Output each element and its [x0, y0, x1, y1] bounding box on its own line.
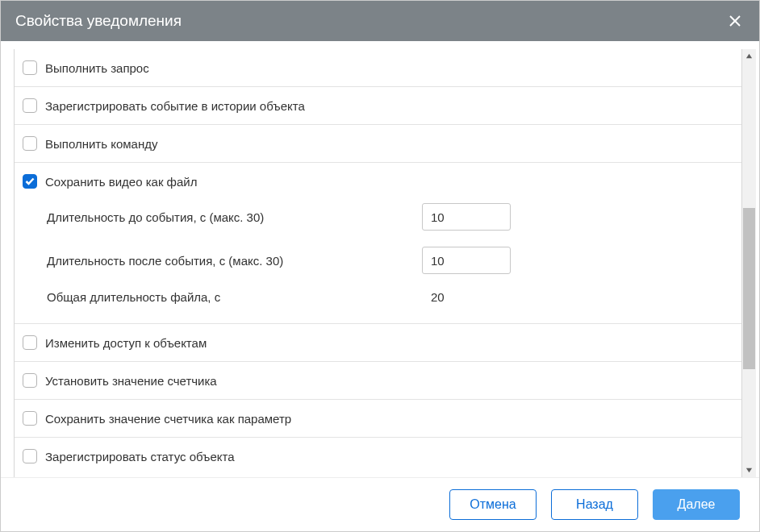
- scroll-up-icon[interactable]: [742, 49, 756, 63]
- option-row: Сохранить значение счетчика как параметр: [15, 399, 741, 437]
- sub-row-value: 20: [422, 290, 445, 304]
- option-row-head: Выполнить запрос: [23, 60, 741, 75]
- option-row-head: Установить значение счетчика: [23, 373, 741, 388]
- option-row-head: Изменить доступ к объектам: [23, 335, 741, 350]
- option-checkbox[interactable]: [23, 373, 37, 388]
- scroll-thumb[interactable]: [743, 208, 755, 369]
- option-row-head: Сохранить значение счетчика как параметр: [23, 411, 741, 426]
- sub-row-input[interactable]: [422, 203, 511, 231]
- option-row-head: Зарегистрировать статус объекта: [23, 449, 741, 463]
- option-row: Выполнить команду: [15, 124, 741, 162]
- option-label: Установить значение счетчика: [45, 374, 217, 388]
- sub-row-value: [422, 203, 511, 231]
- sub-row-label: Длительность после события, с (макс. 30): [47, 254, 422, 268]
- option-row: Зарегистрировать статус объекта: [15, 437, 741, 475]
- option-checkbox[interactable]: [23, 174, 37, 189]
- option-list: Выполнить запросЗарегистрировать событие…: [14, 49, 742, 477]
- scroll-down-icon[interactable]: [742, 463, 756, 477]
- option-label: Сохранить значение счетчика как параметр: [45, 412, 291, 426]
- svg-marker-2: [746, 54, 752, 58]
- dialog-title: Свойства уведомления: [15, 12, 182, 30]
- option-checkbox[interactable]: [23, 60, 37, 75]
- option-checkbox[interactable]: [23, 136, 37, 151]
- option-label: Выполнить команду: [45, 137, 157, 151]
- dialog: Свойства уведомления Выполнить запросЗар…: [0, 0, 760, 532]
- sub-row-input[interactable]: [422, 247, 511, 274]
- sub-row: Длительность после события, с (макс. 30): [47, 239, 741, 282]
- close-icon[interactable]: [725, 11, 745, 31]
- option-checkbox[interactable]: [23, 98, 37, 113]
- option-label: Сохранить видео как файл: [45, 175, 197, 189]
- option-row: Выполнить запрос: [15, 49, 741, 86]
- option-checkbox[interactable]: [23, 449, 37, 463]
- option-row: Зарегистрировать событие в истории объек…: [15, 86, 741, 124]
- option-checkbox[interactable]: [23, 411, 37, 426]
- dialog-header: Свойства уведомления: [1, 1, 759, 41]
- sub-row-label: Длительность до события, с (макс. 30): [47, 210, 422, 224]
- option-label: Зарегистрировать статус объекта: [45, 450, 235, 463]
- dialog-body: Выполнить запросЗарегистрировать событие…: [1, 41, 759, 477]
- scrollbar[interactable]: [742, 49, 756, 477]
- sub-row: Общая длительность файла, с20: [47, 282, 741, 312]
- scroll-track[interactable]: [742, 63, 756, 463]
- sub-row-label: Общая длительность файла, с: [47, 290, 422, 304]
- option-row: Сохранить видео как файлДлительность до …: [15, 162, 741, 323]
- option-row: Установить значение счетчика: [15, 361, 741, 399]
- back-button[interactable]: Назад: [551, 489, 638, 520]
- option-label: Зарегистрировать событие в истории объек…: [45, 99, 305, 113]
- sub-row-value: [422, 247, 511, 274]
- option-label: Выполнить запрос: [45, 61, 149, 75]
- option-label: Изменить доступ к объектам: [45, 336, 207, 350]
- option-row-head: Выполнить команду: [23, 136, 741, 151]
- option-row-head: Сохранить видео как файл: [23, 174, 741, 189]
- dialog-footer: Отмена Назад Далее: [1, 477, 759, 531]
- sub-row: Длительность до события, с (макс. 30): [47, 195, 741, 239]
- svg-marker-3: [746, 468, 752, 472]
- option-row: Изменить доступ к объектам: [15, 323, 741, 361]
- cancel-button[interactable]: Отмена: [449, 489, 537, 520]
- option-row-head: Зарегистрировать событие в истории объек…: [23, 98, 741, 113]
- option-sub: Длительность до события, с (макс. 30)Дли…: [23, 195, 741, 312]
- option-checkbox[interactable]: [23, 335, 37, 350]
- next-button[interactable]: Далее: [653, 489, 740, 520]
